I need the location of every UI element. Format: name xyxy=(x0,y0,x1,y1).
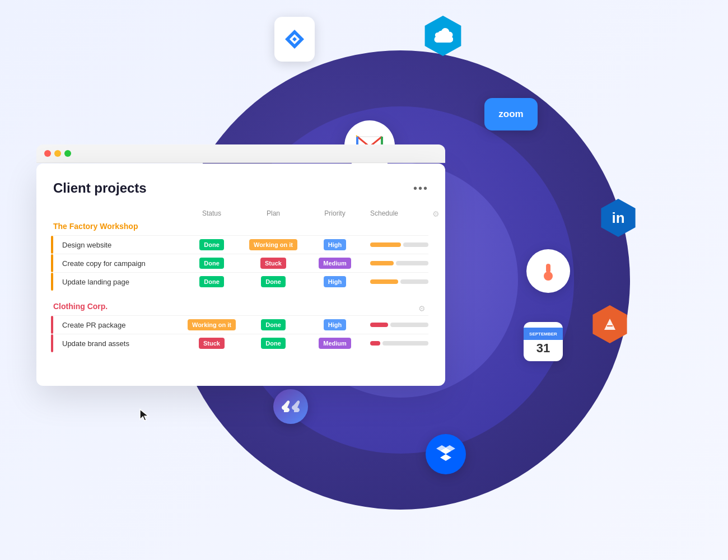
priority-badge: Medium xyxy=(319,338,351,349)
plan-badge: Working on it xyxy=(249,239,297,250)
card-menu-dots[interactable]: ••• xyxy=(413,182,428,195)
group-factory-title: The Factory Workshop xyxy=(53,222,428,231)
priority-badge: High xyxy=(324,276,346,287)
table-row: Update landing page Done Done High xyxy=(53,272,428,291)
status-badge: Working on it xyxy=(188,319,236,330)
priority-badge: Medium xyxy=(319,258,351,269)
status-badge: Stuck xyxy=(199,338,225,349)
dropbox-icon xyxy=(426,434,466,474)
col-status: Status xyxy=(181,209,242,217)
row-indicator xyxy=(51,316,53,334)
table-row: Create copy for campaign Done Stuck Medi… xyxy=(53,254,428,272)
table-header: Status Plan Priority Schedule ⚙ xyxy=(53,207,428,220)
table-row: Create PR package Working on it Done Hig… xyxy=(53,315,428,334)
status-badge: Done xyxy=(199,276,224,287)
task-name: Create copy for campaign xyxy=(58,259,181,268)
zoom-icon: zoom xyxy=(484,98,538,130)
schedule-bar xyxy=(366,341,428,346)
monday-bottom-icon xyxy=(273,389,308,424)
mouse-cursor xyxy=(139,408,150,423)
row-indicator xyxy=(51,236,53,254)
task-name: Design website xyxy=(58,241,181,249)
priority-badge: High xyxy=(324,239,346,250)
window-chrome xyxy=(36,144,445,163)
settings-icon[interactable]: ⚙ xyxy=(432,209,440,218)
table-row: Update brand assets Stuck Done Medium xyxy=(53,334,428,352)
client-projects-card: Client projects ••• Status Plan Priority… xyxy=(36,164,445,386)
col-plan: Plan xyxy=(242,209,304,217)
priority-badge: High xyxy=(324,319,346,330)
task-name: Create PR package xyxy=(58,321,181,329)
plan-badge: Done xyxy=(261,319,286,330)
settings-icon-2[interactable]: ⚙ xyxy=(418,304,426,313)
group-clothing: Clothing Corp. ⚙ Create PR package Worki… xyxy=(53,302,428,352)
task-name: Update brand assets xyxy=(58,339,181,348)
hubspot-icon xyxy=(526,249,570,293)
plan-badge: Stuck xyxy=(260,258,286,269)
schedule-bar xyxy=(366,279,428,284)
plan-badge: Done xyxy=(261,338,286,349)
svg-rect-3 xyxy=(547,272,549,276)
group-clothing-title: Clothing Corp. xyxy=(53,302,108,311)
card-title: Client projects xyxy=(53,180,147,196)
window-maximize-dot xyxy=(64,150,71,157)
col-priority: Priority xyxy=(304,209,366,217)
task-name: Update landing page xyxy=(58,278,181,286)
jira-icon xyxy=(274,17,315,62)
row-indicator xyxy=(51,273,53,291)
col-schedule: Schedule xyxy=(366,209,424,217)
col-task xyxy=(58,209,181,217)
table-row: Design website Done Working on it High xyxy=(53,235,428,254)
card-header: Client projects ••• xyxy=(53,180,428,196)
window-minimize-dot xyxy=(54,150,61,157)
row-indicator xyxy=(51,254,53,272)
schedule-bar xyxy=(366,323,428,327)
status-badge: Done xyxy=(199,258,224,269)
row-indicator xyxy=(51,334,53,352)
calendar-icon: SEPTEMBER 31 xyxy=(524,322,563,361)
window-close-dot xyxy=(44,150,51,157)
group-factory: The Factory Workshop Design website Done… xyxy=(53,222,428,291)
svg-rect-1 xyxy=(546,264,550,273)
schedule-bar xyxy=(366,242,428,247)
schedule-bar xyxy=(366,261,428,265)
plan-badge: Done xyxy=(261,276,286,287)
status-badge: Done xyxy=(199,239,224,250)
